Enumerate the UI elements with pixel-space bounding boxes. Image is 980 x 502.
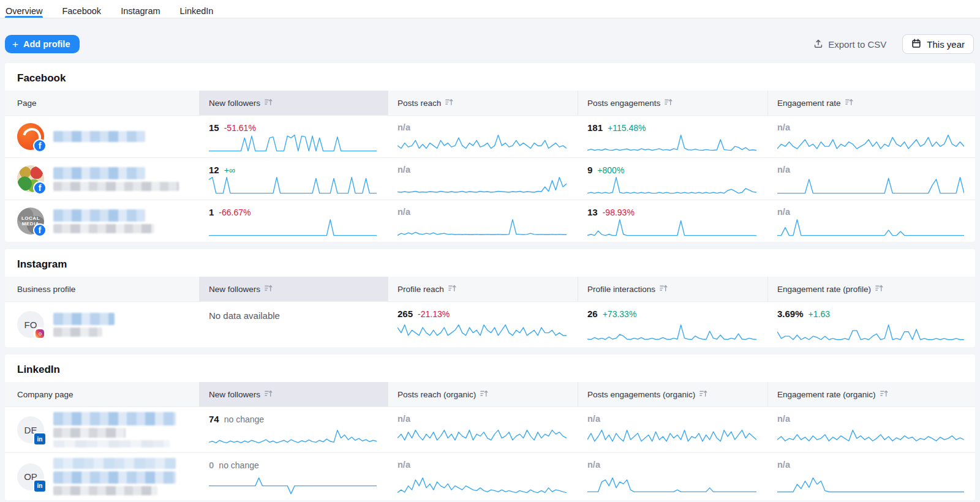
metric-delta: +73.33% (603, 309, 637, 319)
metric-cell: 181+115.48% (578, 116, 767, 157)
redacted-text-line (53, 412, 176, 425)
column-header-posts-engagements[interactable]: Posts engagements (578, 91, 767, 115)
redacted-profile-name (53, 209, 154, 233)
metric-delta: +115.48% (608, 123, 646, 133)
sparkline-chart (209, 133, 377, 152)
na-label: n/a (398, 165, 410, 174)
na-label: n/a (777, 165, 790, 174)
metric-cell: n/a (388, 453, 578, 500)
add-profile-label: Add profile (23, 39, 70, 49)
profile-cell[interactable]: FO (5, 302, 199, 347)
metric-cell: No data available (199, 302, 388, 347)
table-header-row: Business profileNew followersProfile rea… (5, 277, 975, 301)
column-header-new-followers[interactable]: New followers (199, 382, 388, 406)
tab-overview[interactable]: Overview (5, 0, 43, 18)
na-label: n/a (398, 122, 410, 132)
metric-cell: 15-51.61% (199, 116, 388, 157)
add-profile-button[interactable]: + Add profile (5, 35, 80, 53)
metric-value: 265 (398, 309, 413, 319)
metric-value-row: n/a (777, 122, 964, 132)
sort-icon (265, 99, 273, 108)
period-selector-button[interactable]: This year (902, 34, 974, 54)
metric-value-row: n/a (587, 460, 756, 470)
metric-value: 1 (209, 207, 214, 217)
column-header-label: Engagement rate (profile) (777, 285, 871, 294)
tab-instagram[interactable]: Instagram (120, 0, 160, 18)
profile-cell[interactable]: OPin (5, 453, 199, 500)
metric-value: 13 (587, 207, 598, 217)
column-header-label: Posts engagements (587, 99, 660, 108)
sparkline-chart (209, 176, 377, 194)
column-header-posts-reach-organic-[interactable]: Posts reach (organic) (388, 382, 578, 406)
section-card-facebook: FacebookPageNew followersPosts reachPost… (5, 63, 975, 242)
metric-value: 74 (209, 414, 219, 424)
section-card-instagram: InstagramBusiness profileNew followersPr… (5, 249, 975, 347)
sort-icon (265, 285, 273, 294)
export-to-csv-button[interactable]: Export to CSV (813, 39, 886, 50)
metric-value-row: n/a (777, 414, 964, 424)
table-row: f15-51.61%n/a181+115.48%n/a (5, 115, 975, 157)
column-header-engagement-rate[interactable]: Engagement rate (767, 91, 975, 115)
column-header-engagement-rate-organic-[interactable]: Engagement rate (organic) (767, 382, 975, 406)
column-header-posts-engagements-organic-[interactable]: Posts engagements (organic) (578, 382, 767, 406)
profile-cell[interactable]: f (5, 158, 199, 200)
metric-value-row: n/a (398, 460, 567, 470)
metric-value-row: 1-66.67% (209, 207, 377, 217)
redacted-text-line (53, 167, 145, 179)
redacted-text-line (53, 428, 126, 438)
na-label: n/a (398, 460, 410, 470)
sort-icon (448, 285, 456, 294)
profile-avatar: FO (17, 311, 44, 338)
redacted-text-line (53, 328, 102, 337)
profile-avatar: DEin (17, 416, 44, 443)
metric-cell: n/a (767, 116, 975, 157)
metric-value-row: n/a (777, 460, 964, 470)
column-header-posts-reach[interactable]: Posts reach (388, 91, 578, 115)
redacted-profile-name (53, 458, 176, 495)
column-header-new-followers[interactable]: New followers (199, 277, 388, 301)
metric-cell: n/a (388, 116, 578, 157)
table-header-row: Company pageNew followersPosts reach (or… (5, 382, 975, 406)
sparkline-chart (587, 133, 756, 152)
section-card-linkedin: LinkedInCompany pageNew followersPosts r… (5, 354, 975, 500)
profile-cell[interactable]: DEin (5, 407, 199, 452)
metric-value-row: 74no change (209, 414, 377, 424)
section-title: Instagram (5, 249, 975, 277)
facebook-badge-icon: f (33, 139, 47, 152)
profile-cell[interactable]: LOCALMEDIAf (5, 200, 199, 242)
metric-value-row: 12+∞ (209, 165, 377, 175)
na-label: n/a (398, 207, 410, 217)
metric-value-row: n/a (398, 122, 567, 132)
table-row: LOCALMEDIAf1-66.67%n/a13-98.93%n/a (5, 200, 975, 242)
sparkline-chart (777, 133, 964, 152)
column-header-profile-interactions[interactable]: Profile interactions (578, 277, 767, 301)
column-header-label: New followers (209, 99, 260, 108)
metric-cell: 12+∞ (199, 158, 388, 200)
sparkline-chart (209, 218, 377, 236)
sparkline-chart (777, 176, 964, 194)
sparkline-chart (587, 176, 756, 194)
sort-icon (445, 99, 453, 108)
sparkline-chart (777, 218, 964, 236)
table-row: OPin0no changen/an/an/a (5, 452, 975, 500)
upload-icon (813, 39, 823, 50)
linkedin-badge-icon: in (33, 479, 47, 493)
metric-value-row: n/a (398, 414, 567, 424)
sparkline-chart (398, 218, 567, 236)
metric-value: 12 (209, 165, 219, 175)
column-header-new-followers[interactable]: New followers (199, 91, 388, 115)
column-header-label: Profile interactions (587, 285, 655, 294)
column-header-engagement-rate-profile-[interactable]: Engagement rate (profile) (767, 277, 975, 301)
column-header-label: Posts engagements (organic) (587, 390, 695, 399)
sparkline-chart (398, 323, 567, 342)
toolbar: + Add profile Export to CSV This year (0, 18, 980, 63)
sort-icon (845, 99, 853, 108)
sparkline-chart (587, 218, 756, 236)
profile-cell[interactable]: f (5, 116, 199, 157)
tab-linkedin[interactable]: LinkedIn (179, 0, 214, 18)
metric-value-row: n/a (398, 207, 567, 217)
column-header-profile-reach[interactable]: Profile reach (388, 277, 578, 301)
metric-cell: n/a (388, 158, 578, 200)
tab-facebook[interactable]: Facebook (61, 0, 102, 18)
redacted-profile-name (53, 412, 176, 448)
